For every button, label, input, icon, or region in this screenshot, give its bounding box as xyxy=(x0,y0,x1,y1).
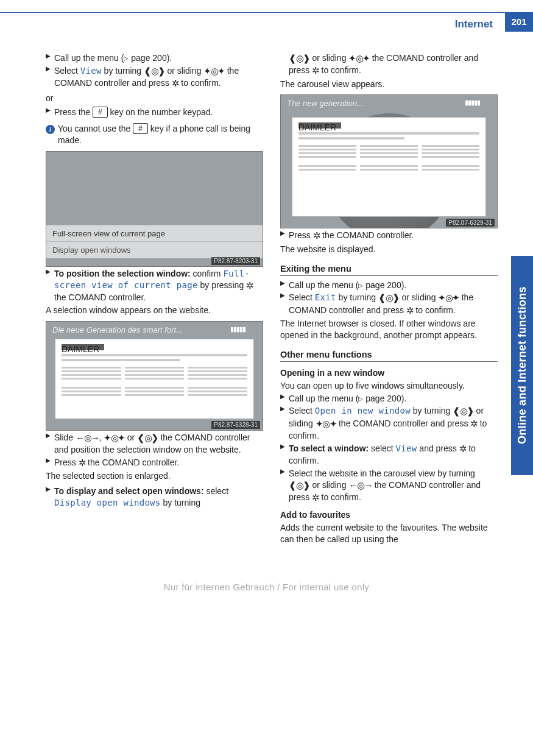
step-marker-icon: ▶ xyxy=(280,279,289,291)
paragraph: You can open up to five windows simultan… xyxy=(280,380,498,392)
step-marker-icon: ▶ xyxy=(280,291,289,316)
rotate-icon: ❰◎❱ xyxy=(289,53,310,63)
info-note: i You cannot use the # key if a phone ca… xyxy=(46,123,263,146)
screenshot-website-selection: Die neue Generation des smart fort... ▮▮… xyxy=(46,321,263,431)
content-area: ▶ Call up the menu (▷ page 200). ▶ Selec… xyxy=(0,0,533,571)
screenshot-menu-item: Display open windows xyxy=(46,241,263,258)
signal-bars-icon: ▮▮▮▮▮ xyxy=(465,99,480,107)
step-display-open-windows: ▶ To display and select open windows: se… xyxy=(46,486,263,509)
press-icon: ✲ xyxy=(79,457,86,468)
step-callup-menu: ▶ Call up the menu (▷ page 200). xyxy=(280,280,498,291)
page-ref-icon: ▷ xyxy=(358,282,363,289)
section-tab: Online and Internet functions xyxy=(511,256,533,475)
step-press-hash: ▶ Press the # key on the number keypad. xyxy=(46,107,263,118)
hash-key-icon: # xyxy=(93,107,108,118)
step-press-controller: ▶ Press ✲ the COMAND controller. xyxy=(280,230,498,242)
screenshot-label: P82.87-6328-31 xyxy=(211,421,260,429)
rotate-icon: ❰◎❱ xyxy=(378,292,400,303)
rotate-icon: ❰◎❱ xyxy=(144,66,165,76)
screenshot-webpage: DAIMLER xyxy=(292,117,486,217)
or-separator: or xyxy=(46,93,263,103)
step-marker-icon: ▶ xyxy=(46,267,54,303)
signal-bars-icon: ▮▮▮▮▮ xyxy=(230,325,245,333)
screenshot-label: P82.87-6329-31 xyxy=(446,219,495,227)
subheading-add-favourites: Add to favourites xyxy=(280,510,498,520)
step-callup-menu: ▶ Call up the menu (▷ page 200). xyxy=(280,393,498,404)
slide-vertical-icon: ✦◎✦ xyxy=(348,53,370,63)
step-position-selection: ▶ To position the selection window: conf… xyxy=(46,268,263,303)
step-select-website-carousel: ▶ Select the website in the carousel vie… xyxy=(280,468,498,504)
subheading-open-new-window: Opening in a new window xyxy=(280,368,498,378)
menu-view: View xyxy=(80,66,102,76)
press-icon: ✲ xyxy=(459,443,467,454)
screenshot-menu-item: Full-screen view of current page xyxy=(46,225,263,242)
footer-text: Nur für internen Gebrauch / For internal… xyxy=(0,582,533,604)
menu-exit: Exit xyxy=(315,292,336,302)
step-marker-icon: ▶ xyxy=(46,52,54,63)
step-marker-icon: ▶ xyxy=(46,485,54,508)
right-column: ❰◎❱ or sliding ✦◎✦ the COMAND controller… xyxy=(280,51,498,546)
step-marker-icon: ▶ xyxy=(46,65,54,90)
screenshot-carousel-view: The new generation... ▮▮▮▮▮ DAIMLER P82.… xyxy=(280,94,498,228)
step-result: The selected section is enlarged. xyxy=(46,470,263,482)
step-press-controller: ▶ Press ✲ the COMAND controller. xyxy=(46,457,263,469)
slide-vertical-icon: ✦◎✦ xyxy=(104,433,125,443)
press-icon: ✲ xyxy=(172,78,179,88)
press-icon: ✲ xyxy=(312,65,319,76)
step-result: A selection window appears on the websit… xyxy=(46,305,263,316)
slide-horizontal-icon: ←◎→ xyxy=(76,433,99,443)
rotate-icon: ❰◎❱ xyxy=(289,480,310,490)
step-marker-icon: ▶ xyxy=(280,467,289,503)
rotate-diag-icon: ❮◎❯ xyxy=(137,433,158,443)
step-callup-menu: ▶ Call up the menu (▷ page 200). xyxy=(46,52,263,64)
page-number: 201 xyxy=(505,12,533,32)
step-marker-icon: ▶ xyxy=(280,392,289,404)
menu-view: View xyxy=(396,443,417,453)
step-marker-icon: ▶ xyxy=(46,456,54,468)
screenshot-view-menu: Full-screen view of current page Display… xyxy=(46,151,263,267)
paragraph: Adds the current website to the favourit… xyxy=(280,522,498,545)
menu-open-new-window: Open in new window xyxy=(315,406,411,415)
page-ref-icon: ▷ xyxy=(124,55,129,62)
press-icon: ✲ xyxy=(246,280,253,291)
heading-other-menu: Other menu functions xyxy=(280,350,498,362)
press-icon: ✲ xyxy=(470,419,478,429)
step-select-exit: ▶ Select Exit by turning ❰◎❱ or sliding … xyxy=(280,292,498,317)
screenshot-title: The new generation... xyxy=(287,99,364,108)
screenshot-title: Die neue Generation des smart fort... xyxy=(52,325,183,334)
press-icon: ✲ xyxy=(406,305,414,316)
step-marker-icon: ▶ xyxy=(46,106,54,118)
info-icon: i xyxy=(46,125,55,134)
step-marker-icon: ▶ xyxy=(280,442,289,466)
step-select-open-new-window: ▶ Select Open in new window by turning ❰… xyxy=(280,405,498,441)
step-result: The Internet browser is closed. If other… xyxy=(280,318,498,341)
hash-key-icon: # xyxy=(133,123,148,134)
menu-display-open-windows: Display open windows xyxy=(54,498,161,507)
screenshot-webpage: DAIMLER xyxy=(55,339,254,419)
press-icon: ✲ xyxy=(312,492,319,503)
step-marker-icon: ▶ xyxy=(280,229,289,241)
header-title: Internet xyxy=(455,18,493,30)
step-select-view: ▶ Select View by turning ❰◎❱ or sliding … xyxy=(46,65,263,90)
step-continuation: ❰◎❱ or sliding ✦◎✦ the COMAND controller… xyxy=(289,52,498,77)
step-result: The website is displayed. xyxy=(280,244,498,255)
slide-vertical-icon: ✦◎✦ xyxy=(316,419,337,429)
step-slide-controller: ▶ Slide ←◎→, ✦◎✦ or ❮◎❯ the COMAND contr… xyxy=(46,432,263,456)
step-marker-icon: ▶ xyxy=(280,404,289,440)
step-marker-icon: ▶ xyxy=(46,431,54,455)
step-result: The carousel view appears. xyxy=(280,79,498,90)
left-column: ▶ Call up the menu (▷ page 200). ▶ Selec… xyxy=(46,51,263,546)
screenshot-label: P82.87-8203-31 xyxy=(211,257,260,265)
step-select-window: ▶ To select a window: select View and pr… xyxy=(280,443,498,467)
page-header: Internet xyxy=(0,12,533,32)
slide-vertical-icon: ✦◎✦ xyxy=(438,292,459,303)
slide-horizontal-icon: ←◎→ xyxy=(348,480,372,490)
slide-vertical-icon: ✦◎✦ xyxy=(203,66,225,76)
page-ref-icon: ▷ xyxy=(358,395,363,402)
press-icon: ✲ xyxy=(313,230,320,241)
rotate-icon: ❰◎❱ xyxy=(453,406,474,416)
heading-exiting-menu: Exiting the menu xyxy=(280,264,498,276)
